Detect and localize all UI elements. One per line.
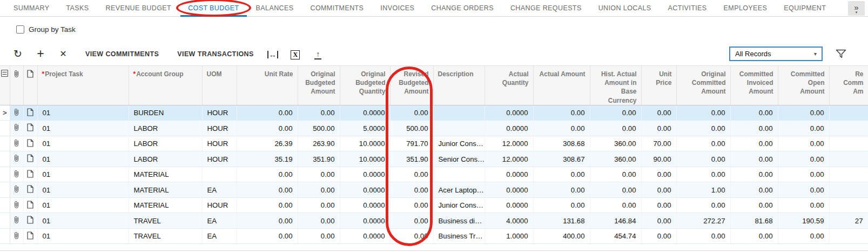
cell-committed-open-amount[interactable]: 0.00 [778,228,829,244]
add-row-button[interactable]: + [29,48,52,60]
cell-orig-committed-amount[interactable]: 0.00 [676,197,730,213]
cell-revised-committed-amount[interactable] [829,182,868,198]
cell-actual-amount[interactable]: 0.00 [533,167,590,182]
row-selector-cell[interactable] [0,182,10,198]
cell-unit-rate[interactable]: 35.19 [237,151,298,167]
tab-change-requests[interactable]: CHANGE REQUESTS [510,0,582,16]
cell-revised-budgeted-amount[interactable]: 0.00 [390,197,433,213]
row-selector-cell[interactable] [0,213,10,229]
row-attachment-button[interactable] [10,105,23,121]
cell-revised-committed-amount[interactable] [829,121,868,136]
cell-account-group[interactable]: LABOR [129,121,202,136]
tab-revenue-budget[interactable]: REVENUE BUDGET [106,0,172,16]
cell-revised-budgeted-amount[interactable]: 0.00 [390,182,433,198]
column-header-committed-invoiced-amount[interactable]: Committed Invoiced Amount [730,66,778,105]
cell-uom[interactable] [202,167,237,182]
cell-revised-committed-amount[interactable] [829,228,868,244]
cell-uom[interactable]: HOUR [202,121,237,136]
cell-actual-amount[interactable]: 308.68 [533,136,590,151]
row-attachment-button[interactable] [10,182,23,198]
delete-row-button[interactable]: ✕ [52,50,75,58]
grid-settings-header[interactable] [0,66,10,105]
cell-description[interactable]: Business di… [433,213,485,229]
cell-unit-price[interactable]: 0.00 [641,213,676,229]
cell-committed-invoiced-amount[interactable]: 0.00 [730,105,778,121]
cell-description[interactable]: Junior Cons… [433,136,485,151]
upload-button[interactable]: ↑ [307,48,329,59]
cell-committed-invoiced-amount[interactable]: 0.00 [730,182,778,198]
cell-account-group[interactable]: TRAVEL [129,213,202,229]
cell-uom[interactable]: EA [202,213,237,229]
tab-commitments[interactable]: COMMITMENTS [311,0,364,16]
cell-actual-quantity[interactable]: 0.0000 [485,197,533,213]
cell-orig-budgeted-amount[interactable]: 0.00 [298,167,340,182]
cell-account-group[interactable]: MATERIAL [129,182,202,198]
cell-revised-budgeted-amount[interactable]: 0.00 [390,167,433,182]
cell-actual-quantity[interactable]: 12.0000 [485,136,533,151]
cell-description[interactable] [433,121,485,136]
filter-settings-button[interactable] [836,49,846,58]
cell-actual-amount[interactable]: 0.00 [533,182,590,198]
row-selector-cell[interactable] [0,121,10,136]
row-selector-cell[interactable] [0,151,10,167]
cell-committed-open-amount[interactable]: 0.00 [778,167,829,182]
cell-orig-committed-amount[interactable]: 0.00 [676,151,730,167]
cell-actual-amount[interactable]: 0.00 [533,197,590,213]
column-header-orig-budgeted-quantity[interactable]: Original Budgeted Quantity [340,66,390,105]
cell-uom[interactable]: EA [202,182,237,198]
cell-committed-invoiced-amount[interactable]: 0.00 [730,167,778,182]
cell-uom[interactable]: EA [202,228,237,244]
cell-committed-open-amount[interactable]: 0.00 [778,197,829,213]
cell-unit-price[interactable]: 0.00 [641,121,676,136]
cell-actual-quantity[interactable]: 12.0000 [485,151,533,167]
cell-description[interactable] [433,167,485,182]
tab-balances[interactable]: BALANCES [256,0,294,16]
cell-account-group[interactable]: LABOR [129,151,202,167]
cell-actual-quantity[interactable]: 0.0000 [485,121,533,136]
cell-actual-quantity[interactable]: 4.0000 [485,213,533,229]
column-header-hist-actual-amount-base[interactable]: Hist. Actual Amount in Base Currency [590,66,641,105]
cell-committed-invoiced-amount[interactable]: 0.00 [730,197,778,213]
tab-union-locals[interactable]: UNION LOCALS [598,0,651,16]
cell-revised-budgeted-amount[interactable]: 791.70 [390,136,433,151]
row-attachment-button[interactable] [10,121,23,136]
cell-hist-actual-amount-base[interactable]: 454.74 [590,228,641,244]
notes-column-header[interactable] [23,66,37,105]
view-transactions-button[interactable]: VIEW TRANSACTIONS [170,50,261,58]
cell-hist-actual-amount-base[interactable]: 0.00 [590,167,641,182]
row-note-button[interactable] [23,121,37,136]
cell-description[interactable]: Senior Cons… [433,151,485,167]
cell-orig-budgeted-quantity[interactable]: 0.0000 [340,228,390,244]
row-note-button[interactable] [23,167,37,182]
column-header-actual-amount[interactable]: Actual Amount [533,66,590,105]
tab-cost-budget[interactable]: COST BUDGET [188,0,239,16]
cell-orig-budgeted-quantity[interactable]: 0.0000 [340,182,390,198]
row-note-button[interactable] [23,213,37,229]
cell-actual-quantity[interactable]: 0.0000 [485,105,533,121]
cell-hist-actual-amount-base[interactable]: 0.00 [590,121,641,136]
column-header-account-group[interactable]: *Account Group [129,66,202,105]
cell-orig-committed-amount[interactable]: 1.00 [676,182,730,198]
tab-tasks[interactable]: TASKS [66,0,89,16]
cell-orig-committed-amount[interactable]: 0.00 [676,228,730,244]
attachments-column-header[interactable] [10,66,23,105]
cell-orig-budgeted-amount[interactable]: 0.00 [298,213,340,229]
cell-revised-committed-amount[interactable] [829,167,868,182]
cell-unit-rate[interactable]: 0.00 [237,105,298,121]
cell-revised-committed-amount[interactable]: 27 [829,213,868,229]
cell-actual-amount[interactable]: 308.67 [533,151,590,167]
tab-activities[interactable]: ACTIVITIES [668,0,707,16]
cell-committed-open-amount[interactable]: 0.00 [778,182,829,198]
cell-orig-budgeted-quantity[interactable]: 0.0000 [340,213,390,229]
column-header-actual-quantity[interactable]: Actual Quantity [485,66,533,105]
row-selector-cell[interactable] [0,136,10,151]
row-note-button[interactable] [23,197,37,213]
cell-revised-committed-amount[interactable] [829,136,868,151]
cell-unit-rate[interactable]: 0.00 [237,182,298,198]
cell-committed-open-amount[interactable]: 190.59 [778,213,829,229]
row-selector-cell[interactable] [0,228,10,244]
cell-committed-invoiced-amount[interactable]: 81.68 [730,213,778,229]
cell-committed-open-amount[interactable]: 0.00 [778,105,829,121]
cell-unit-price[interactable]: 70.00 [641,136,676,151]
cell-description[interactable] [433,105,485,121]
